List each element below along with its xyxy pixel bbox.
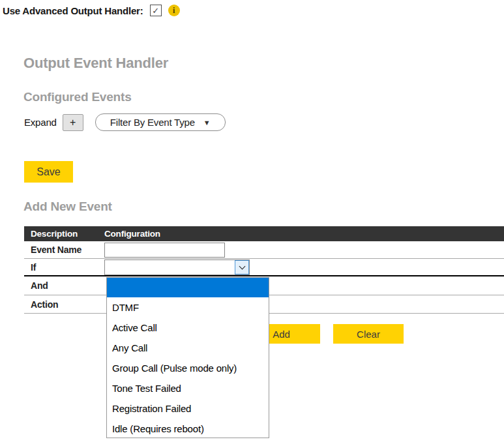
dropdown-option-empty[interactable] <box>107 278 269 297</box>
dropdown-option-registration-failed[interactable]: Registration Failed <box>107 398 269 419</box>
select-chevron-button[interactable] <box>235 260 249 275</box>
page: Use Advanced Output Handler: ✓ i Output … <box>0 0 504 446</box>
column-header-description: Description <box>24 229 104 239</box>
column-header-configuration: Configuration <box>104 229 504 239</box>
caret-down-icon: ▼ <box>203 119 211 126</box>
event-name-input[interactable] <box>104 243 225 258</box>
filter-by-event-type-dropdown[interactable]: Filter By Event Type ▼ <box>95 113 226 131</box>
clear-button[interactable]: Clear <box>333 324 404 344</box>
chevron-down-icon <box>239 263 245 269</box>
dropdown-option-group-call[interactable]: Group Call (Pulse mode only) <box>107 358 269 378</box>
expand-label: Expand <box>24 117 57 128</box>
info-icon[interactable]: i <box>168 5 180 16</box>
if-select-open-list: DTMF Active Call Any Call Group Call (Pu… <box>106 277 269 438</box>
table-row-if: If <box>24 259 504 276</box>
dropdown-option-idle[interactable]: Idle (Requires reboot) <box>107 419 269 439</box>
save-button[interactable]: Save <box>24 161 73 183</box>
table-header-row: Description Configuration <box>24 226 504 241</box>
event-name-label: Event Name <box>24 245 104 255</box>
advanced-output-checkbox[interactable]: ✓ <box>150 5 162 16</box>
filter-dropdown-label: Filter By Event Type <box>110 117 195 128</box>
expand-row: Expand + Filter By Event Type ▼ <box>24 113 226 131</box>
page-title: Output Event Handler <box>23 55 168 72</box>
if-label: If <box>24 262 104 273</box>
dropdown-option-active-call[interactable]: Active Call <box>107 318 269 338</box>
if-select[interactable] <box>104 260 250 275</box>
dropdown-option-dtmf[interactable]: DTMF <box>107 297 269 318</box>
action-label: Action <box>24 299 104 310</box>
table-row-event-name: Event Name <box>24 241 504 259</box>
and-label: And <box>24 280 104 291</box>
dropdown-option-tone-test-failed[interactable]: Tone Test Failed <box>107 378 269 398</box>
advanced-output-row: Use Advanced Output Handler: ✓ i <box>3 5 180 16</box>
advanced-output-label: Use Advanced Output Handler: <box>3 5 143 16</box>
expand-button[interactable]: + <box>63 114 83 131</box>
dropdown-option-any-call[interactable]: Any Call <box>107 338 269 358</box>
add-new-event-heading: Add New Event <box>23 200 112 214</box>
configured-events-heading: Configured Events <box>23 90 132 104</box>
checkmark-icon: ✓ <box>152 6 159 16</box>
